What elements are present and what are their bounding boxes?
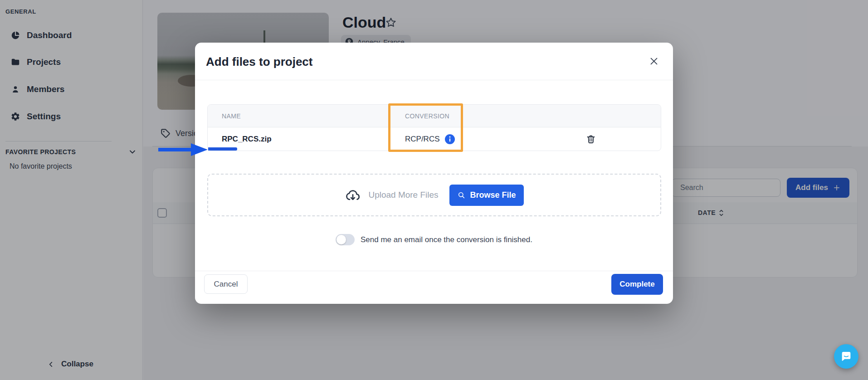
upload-dropzone[interactable]: Upload More Files Browse File xyxy=(207,174,661,216)
browse-file-button[interactable]: Browse File xyxy=(449,185,524,206)
column-header-conversion: CONVERSION xyxy=(405,112,449,120)
modal-header-divider xyxy=(195,80,673,80)
toggle-knob xyxy=(336,235,346,244)
table-row: RPC_RCS.zip RCP/RCS xyxy=(208,127,661,151)
file-name: RPC_RCS.zip xyxy=(222,135,272,144)
upload-progress-bar xyxy=(208,147,237,151)
cancel-button[interactable]: Cancel xyxy=(204,274,248,294)
upload-hint-text: Upload More Files xyxy=(368,190,438,200)
search-icon xyxy=(457,191,466,200)
modal-footer-divider xyxy=(195,271,673,271)
app-root: GENERAL Dashboard Projects Members Setti… xyxy=(0,0,868,380)
conversion-cell[interactable]: RCP/RCS xyxy=(405,134,455,145)
chat-launcher-button[interactable] xyxy=(834,344,858,369)
complete-button[interactable]: Complete xyxy=(611,274,663,295)
browse-file-label: Browse File xyxy=(470,190,516,200)
modal-title: Add files to project xyxy=(206,55,312,69)
close-icon[interactable] xyxy=(648,55,660,68)
email-toggle-label: Send me an email once the conversion is … xyxy=(361,235,532,244)
upload-files-table: NAME CONVERSION RPC_RCS.zip RCP/RCS xyxy=(207,104,661,151)
conversion-value: RCP/RCS xyxy=(405,135,440,144)
chat-bubble-icon xyxy=(840,350,853,363)
add-files-modal: Add files to project NAME CONVERSION RPC… xyxy=(195,43,673,304)
email-toggle[interactable] xyxy=(336,234,355,245)
email-toggle-row: Send me an email once the conversion is … xyxy=(195,234,673,245)
column-header-name: NAME xyxy=(222,112,241,120)
cloud-download-icon xyxy=(345,187,361,203)
table-header-row: NAME CONVERSION xyxy=(208,105,661,127)
trash-icon[interactable] xyxy=(585,134,596,145)
info-icon[interactable] xyxy=(444,134,455,145)
